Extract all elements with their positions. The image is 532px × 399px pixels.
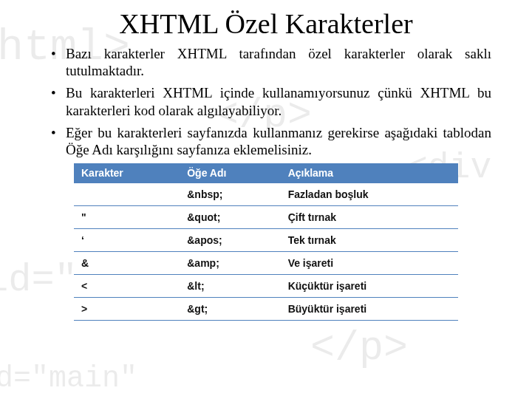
- cell-entity: &gt;: [180, 298, 280, 321]
- cell-description: Küçüktür işareti: [281, 275, 458, 298]
- cell-character: &: [74, 252, 180, 275]
- cell-entity: &quot;: [180, 206, 280, 229]
- page-title: XHTML Özel Karakterler: [41, 7, 491, 40]
- table-row: < &lt; Küçüktür işareti: [74, 275, 458, 298]
- table-header: Karakter: [74, 163, 180, 183]
- table-header: Açıklama: [281, 163, 458, 183]
- characters-table: Karakter Öğe Adı Açıklama &nbsp; Fazlada…: [74, 163, 458, 321]
- slide-content: XHTML Özel Karakterler Bazı karakterler …: [0, 0, 532, 399]
- table-header-row: Karakter Öğe Adı Açıklama: [74, 163, 458, 183]
- cell-character: >: [74, 298, 180, 321]
- bullet-item: Eğer bu karakterleri sayfanızda kullanma…: [41, 124, 491, 158]
- cell-description: Çift tırnak: [281, 206, 458, 229]
- cell-entity: &apos;: [180, 229, 280, 252]
- cell-description: Fazladan boşluk: [281, 183, 458, 206]
- bullet-item: Bazı karakterler XHTML tarafından özel k…: [41, 45, 491, 79]
- table-row: & &amp; Ve işareti: [74, 252, 458, 275]
- cell-entity: &amp;: [180, 252, 280, 275]
- cell-entity: &lt;: [180, 275, 280, 298]
- cell-description: Tek tırnak: [281, 229, 458, 252]
- table-row: " &quot; Çift tırnak: [74, 206, 458, 229]
- cell-entity: &nbsp;: [180, 183, 280, 206]
- cell-character: <: [74, 275, 180, 298]
- cell-description: Büyüktür işareti: [281, 298, 458, 321]
- cell-character: ‘: [74, 229, 180, 252]
- cell-character: [74, 183, 180, 206]
- cell-description: Ve işareti: [281, 252, 458, 275]
- cell-character: ": [74, 206, 180, 229]
- table-row: &nbsp; Fazladan boşluk: [74, 183, 458, 206]
- bullet-item: Bu karakterleri XHTML içinde kullanamıyo…: [41, 84, 491, 118]
- table-row: > &gt; Büyüktür işareti: [74, 298, 458, 321]
- table-row: ‘ &apos; Tek tırnak: [74, 229, 458, 252]
- table-header: Öğe Adı: [180, 163, 280, 183]
